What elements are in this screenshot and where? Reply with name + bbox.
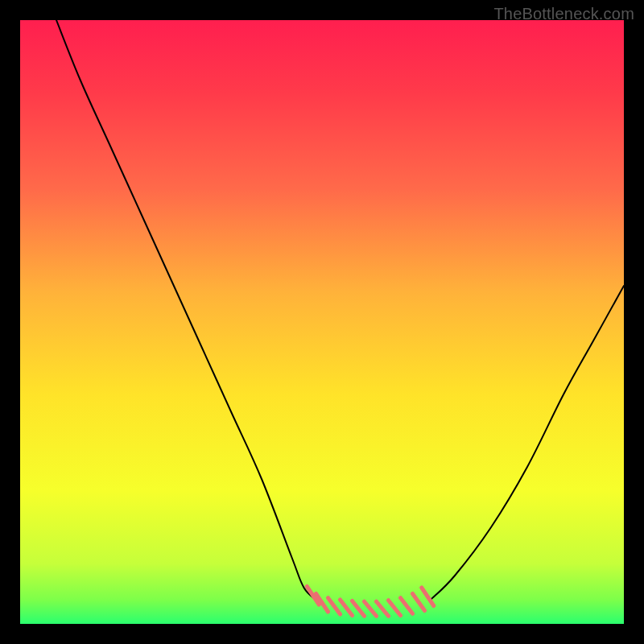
watermark-text: TheBottleneck.com	[493, 5, 634, 23]
chart-frame: TheBottleneck.com	[0, 0, 644, 644]
bottleneck-curve-chart	[20, 20, 624, 624]
gradient-background	[20, 20, 624, 624]
plot-area	[20, 20, 624, 624]
